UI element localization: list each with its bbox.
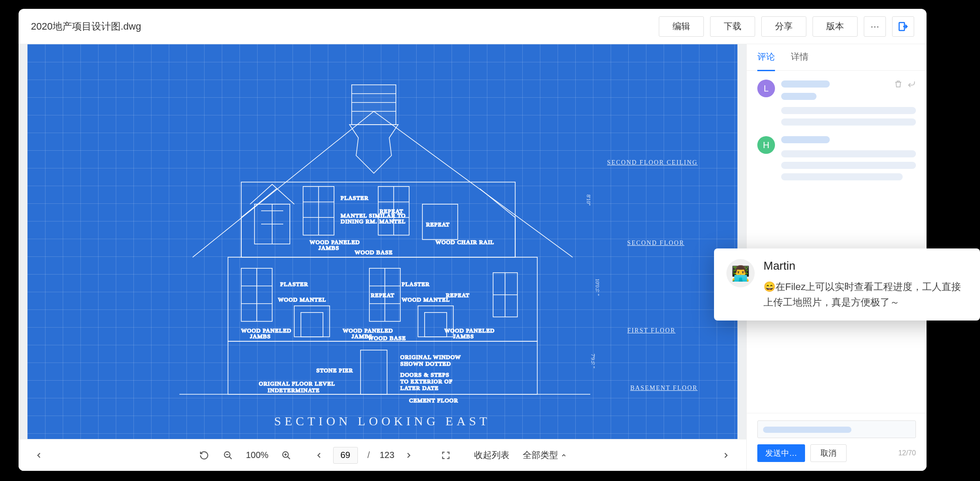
trash-icon[interactable] xyxy=(894,80,903,88)
dim-mid: 10'0½" xyxy=(594,279,600,296)
zoom-in-button[interactable] xyxy=(277,446,296,465)
svg-text:JAMBS: JAMBS xyxy=(319,244,339,251)
svg-text:INDETERMINATE: INDETERMINATE xyxy=(268,386,320,393)
svg-rect-28 xyxy=(425,312,447,336)
svg-text:STONE PIER: STONE PIER xyxy=(316,366,353,373)
zoom-in-icon xyxy=(281,450,291,460)
popup-username: Martin xyxy=(763,259,968,273)
svg-text:JAMBS: JAMBS xyxy=(453,332,474,339)
svg-rect-3 xyxy=(361,350,387,394)
page-separator: / xyxy=(368,450,370,460)
svg-text:REPEAT: REPEAT xyxy=(426,221,450,227)
app-window: 2020地产项目设计图.dwg 编辑 下载 分享 版本 ⋯ xyxy=(19,9,927,471)
label-second-floor: SECOND FLOOR xyxy=(627,240,684,247)
page-input[interactable] xyxy=(333,447,358,464)
comment-item[interactable]: L xyxy=(757,80,916,126)
svg-text:WOOD BASE: WOOD BASE xyxy=(368,334,406,341)
label-second-ceiling: SECOND FLOOR CEILING xyxy=(607,159,698,166)
house-drawing: STONE PIER ORIGINAL WINDOW SHOWN DOTTED … xyxy=(126,67,639,403)
exit-icon xyxy=(898,21,908,32)
label-first-floor: FIRST FLOOR xyxy=(627,327,676,334)
popup-text: 😄在Filez上可以实时查看工程进度，工人直接上传工地照片，真是方便极了～ xyxy=(763,279,968,310)
page-total: 123 xyxy=(380,450,394,460)
version-button[interactable]: 版本 xyxy=(813,16,858,37)
svg-text:REPEAT: REPEAT xyxy=(371,291,395,298)
comments-list: L xyxy=(747,71,927,413)
more-button[interactable]: ⋯ xyxy=(864,16,886,37)
avatar: H xyxy=(757,136,775,154)
chevron-up-icon xyxy=(561,452,567,458)
exit-button[interactable] xyxy=(892,16,914,37)
blueprint-title: SECTION LOOKING EAST xyxy=(274,414,491,428)
svg-text:WOOD MANTEL: WOOD MANTEL xyxy=(278,296,326,302)
svg-text:PLASTER: PLASTER xyxy=(280,280,308,287)
svg-text:REPEAT: REPEAT xyxy=(380,207,403,214)
svg-text:CEMENT FLOOR: CEMENT FLOOR xyxy=(409,397,458,403)
expand-icon xyxy=(441,450,451,460)
svg-text:PLASTER: PLASTER xyxy=(402,280,429,287)
download-button[interactable]: 下载 xyxy=(710,16,755,37)
svg-text:SHOWN DOTTED: SHOWN DOTTED xyxy=(400,360,451,366)
svg-text:LATER DATE: LATER DATE xyxy=(400,384,439,391)
viewer-panel: STONE PIER ORIGINAL WINDOW SHOWN DOTTED … xyxy=(19,44,746,471)
prev-page-button[interactable] xyxy=(309,446,329,465)
svg-rect-25 xyxy=(294,305,330,336)
dim-lower: 7'9½" xyxy=(589,354,596,368)
svg-line-73 xyxy=(287,456,290,459)
topbar: 2020地产项目设计图.dwg 编辑 下载 分享 版本 ⋯ xyxy=(19,9,927,44)
comment-popup: 👨‍💻 Martin 😄在Filez上可以实时查看工程进度，工人直接上传工地照片… xyxy=(714,248,980,321)
comment-item[interactable]: H xyxy=(757,136,916,180)
tab-comments[interactable]: 评论 xyxy=(757,44,775,71)
reply-icon[interactable] xyxy=(907,80,916,88)
compose-area: 发送中… 取消 12/70 xyxy=(747,413,927,471)
svg-text:PLASTER: PLASTER xyxy=(341,194,368,201)
svg-text:JAMBS: JAMBS xyxy=(250,332,271,339)
sidebar-tabs: 评论 详情 xyxy=(747,44,927,71)
svg-rect-26 xyxy=(301,312,323,336)
file-title: 2020地产项目设计图.dwg xyxy=(31,20,653,33)
bottombar: 100% / 123 收起列表 全部类型 xyxy=(19,439,746,471)
send-button[interactable]: 发送中… xyxy=(757,444,805,462)
chevron-left-icon xyxy=(34,451,43,460)
label-basement-floor: BASEMENT FLOOR xyxy=(630,385,698,392)
svg-text:WOOD CHAIR RAIL: WOOD CHAIR RAIL xyxy=(436,238,494,245)
svg-text:ORIGINAL WINDOW: ORIGINAL WINDOW xyxy=(400,353,461,360)
tab-details[interactable]: 详情 xyxy=(791,44,809,71)
chevron-right-icon xyxy=(722,451,730,460)
zoom-out-button[interactable] xyxy=(218,446,238,465)
prev-file-button[interactable] xyxy=(29,446,49,465)
collapse-list-button[interactable]: 收起列表 xyxy=(469,449,515,461)
svg-text:ORIGINAL FLOOR LEVEL: ORIGINAL FLOOR LEVEL xyxy=(259,380,335,386)
comment-input[interactable] xyxy=(757,420,916,438)
share-button[interactable]: 分享 xyxy=(761,16,806,37)
svg-line-70 xyxy=(229,456,232,459)
cancel-button[interactable]: 取消 xyxy=(810,444,847,462)
next-page-button[interactable] xyxy=(399,446,418,465)
next-file-button[interactable] xyxy=(716,446,736,465)
zoom-out-icon xyxy=(223,450,233,460)
zoom-level: 100% xyxy=(246,450,268,460)
blueprint-canvas[interactable]: STONE PIER ORIGINAL WINDOW SHOWN DOTTED … xyxy=(27,44,737,439)
dim-upper: 8'10" xyxy=(585,195,592,206)
rotate-icon xyxy=(199,450,209,460)
chevron-right-icon xyxy=(404,451,413,460)
char-counter: 12/70 xyxy=(898,449,916,457)
svg-text:REPEAT: REPEAT xyxy=(446,291,470,298)
rotate-button[interactable] xyxy=(194,446,214,465)
fullscreen-button[interactable] xyxy=(436,446,456,465)
svg-rect-65 xyxy=(352,84,396,124)
chevron-left-icon xyxy=(315,451,323,460)
svg-text:DOORS & STEPS: DOORS & STEPS xyxy=(400,371,449,378)
type-filter-button[interactable]: 全部类型 xyxy=(519,449,570,461)
avatar: L xyxy=(757,80,775,97)
svg-text:TO EXTERIOR OF: TO EXTERIOR OF xyxy=(400,378,452,384)
ellipsis-icon: ⋯ xyxy=(870,22,879,31)
edit-button[interactable]: 编辑 xyxy=(659,16,704,37)
svg-text:DINING RM. MANTEL: DINING RM. MANTEL xyxy=(341,218,406,224)
svg-text:WOOD MANTEL: WOOD MANTEL xyxy=(402,296,450,302)
popup-avatar: 👨‍💻 xyxy=(726,259,755,287)
svg-text:WOOD BASE: WOOD BASE xyxy=(355,248,393,255)
